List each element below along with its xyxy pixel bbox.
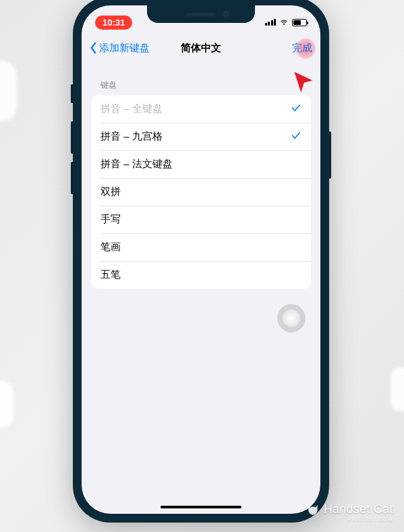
back-button[interactable]: 添加新键盘 [90,42,150,55]
phone-power-button [329,131,331,179]
list-row-label: 拼音 – 法文键盘 [100,158,173,171]
list-row[interactable]: 拼音 – 全键盘 [91,95,311,123]
assistive-touch-button[interactable] [277,304,306,332]
navigation-bar: 添加新键盘 简体中文 完成 [82,32,320,63]
list-row[interactable]: 拼音 – 九宫格 [91,123,311,150]
watermark-title: Handset Cat [324,503,393,516]
done-label: 完成 [292,42,312,53]
phone-volume-up [71,121,73,154]
back-label: 添加新键盘 [99,42,150,55]
watermark: Handset Cat HANDSET.COM [306,503,393,523]
watermark-url: HANDSET.COM [306,517,393,523]
battery-icon [292,19,307,26]
front-camera [223,11,229,17]
list-row-label: 五笔 [100,268,121,281]
chevron-left-icon [90,42,97,54]
home-indicator[interactable] [161,506,241,508]
list-row-label: 拼音 – 九宫格 [100,130,163,143]
checkmark-icon [291,102,301,115]
tutorial-cursor-arrow-icon [291,69,315,94]
list-row[interactable]: 双拼 [91,178,311,206]
phone-notch [147,5,255,23]
list-row[interactable]: 拼音 – 法文键盘 [91,150,311,178]
done-button[interactable]: 完成 [292,42,312,55]
list-row-label: 笔画 [100,241,121,254]
svg-marker-0 [294,72,312,93]
status-time-recording[interactable]: 10:31 [95,16,132,30]
list-row[interactable]: 五笔 [91,261,311,289]
cat-logo-icon [306,503,320,516]
section-header: 键盘 [82,63,320,95]
list-row-label: 手写 [100,213,121,226]
wifi-icon [279,18,289,27]
list-row[interactable]: 手写 [91,206,311,233]
background-decoration [391,367,404,411]
list-row[interactable]: 笔画 [91,233,311,261]
background-decoration [0,381,13,428]
list-row-label: 拼音 – 全键盘 [100,102,163,115]
status-right-cluster [265,18,308,27]
phone-mute-switch [71,84,73,103]
checkmark-icon [291,130,301,143]
phone-screen: 10:31 添加新键盘 简体中文 [82,5,320,514]
page-title: 简体中文 [181,42,221,55]
list-row-label: 双拼 [100,185,121,198]
assistive-touch-inner-icon [283,309,300,327]
keyboard-list: 拼音 – 全键盘拼音 – 九宫格拼音 – 法文键盘双拼手写笔画五笔 [91,95,311,289]
background-decoration [0,61,17,121]
speaker-grill [187,13,215,16]
cellular-signal-icon [265,19,277,26]
phone-volume-down [71,162,73,194]
phone-frame: 10:31 添加新键盘 简体中文 [73,0,329,523]
